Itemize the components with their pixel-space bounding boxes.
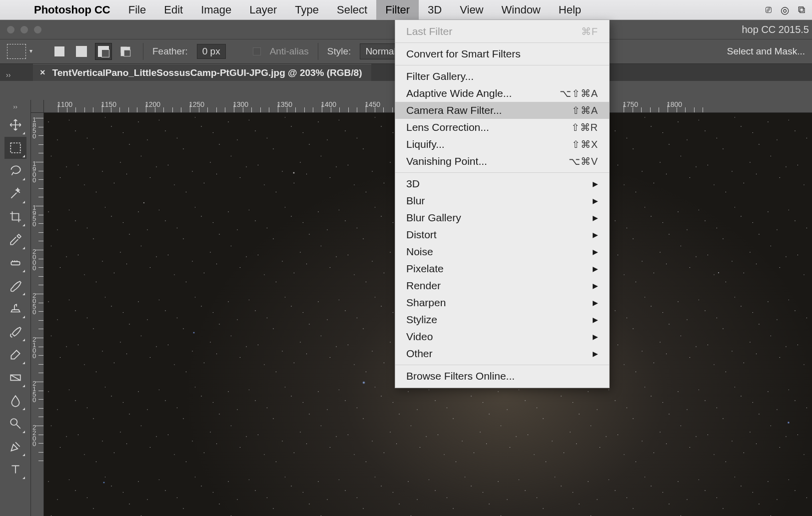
filter-item-video[interactable]: Video▶ [395,328,609,345]
ruler-origin[interactable] [31,100,44,113]
submenu-arrow-icon: ▶ [593,214,598,222]
ruler-h-label: 1450 [365,100,380,108]
current-tool-preset[interactable] [7,44,26,59]
traffic-light-zoom[interactable] [34,26,41,33]
menu-3d[interactable]: 3D [419,0,451,20]
svg-rect-1 [11,262,19,265]
selection-new[interactable] [51,43,68,60]
eyedropper-tool[interactable] [4,229,26,251]
antialias-label: Anti-alias [270,46,309,57]
menu-item-label: Browse Filters Online... [406,370,515,382]
move-tool[interactable] [4,114,26,136]
filter-item-adaptive-wide-angle[interactable]: Adaptive Wide Angle...⌥⇧⌘A [395,85,609,102]
dropbox-icon[interactable]: ⧉ [798,4,805,16]
ruler-h-label: 1300 [233,100,248,108]
menu-file[interactable]: File [119,0,155,20]
menu-item-label: Blur Gallery [406,212,461,224]
filter-item-browse-filters-online[interactable]: Browse Filters Online... [395,368,609,385]
submenu-arrow-icon: ▶ [593,231,598,239]
type-tool[interactable] [4,459,26,481]
filter-item-render[interactable]: Render▶ [395,277,609,294]
menu-filter[interactable]: Filter [376,0,419,20]
menu-item-label: Convert for Smart Filters [406,48,521,60]
close-tab-icon[interactable]: × [40,67,45,78]
submenu-arrow-icon: ▶ [593,350,598,358]
filter-menu-dropdown: Last Filter⌘FConvert for Smart FiltersFi… [395,20,610,388]
submenu-arrow-icon: ▶ [593,282,598,290]
feather-input[interactable]: 0 px [197,44,226,59]
ruler-v-label: 2150 [32,381,36,403]
eraser-tool[interactable] [4,344,26,366]
app-name[interactable]: Photoshop CC [25,3,119,16]
ruler-v-label: 1900 [32,161,36,183]
expand-panels-icon[interactable]: ›› [4,69,12,81]
filter-item-blur-gallery[interactable]: Blur Gallery▶ [395,209,609,226]
filter-item-convert-for-smart-filters[interactable]: Convert for Smart Filters [395,45,609,62]
ruler-h-label: 1150 [101,100,116,108]
filter-item-other[interactable]: Other▶ [395,345,609,362]
select-and-mask-button[interactable]: Select and Mask... [727,46,805,57]
tools-panel: ›› [0,100,31,516]
filter-item-sharpen[interactable]: Sharpen▶ [395,294,609,311]
menu-type[interactable]: Type [286,0,328,20]
menu-item-label: Noise [406,246,433,258]
filter-item-vanishing-point[interactable]: Vanishing Point...⌥⌘V [395,153,609,170]
menu-item-label: Sharpen [406,297,446,309]
filter-item-distort[interactable]: Distort▶ [395,226,609,243]
submenu-arrow-icon: ▶ [593,197,598,205]
ruler-h-label: 1100 [57,100,72,108]
filter-item-stylize[interactable]: Stylize▶ [395,311,609,328]
magic-wand-tool[interactable] [4,183,26,205]
menu-view[interactable]: View [451,0,492,20]
selection-subtract[interactable] [95,43,112,60]
menu-item-label: Liquify... [406,138,445,150]
blur-tool[interactable] [4,390,26,412]
traffic-light-minimize[interactable] [20,26,28,33]
creative-cloud-icon[interactable]: ◎ [781,4,789,16]
menu-item-label: Lens Correction... [406,121,489,133]
filter-item-filter-gallery[interactable]: Filter Gallery... [395,68,609,85]
menu-window[interactable]: Window [493,0,550,20]
dodge-tool[interactable] [4,413,26,435]
document-tab[interactable]: × TentVerticalPano_LittleSossusCamp-PtGU… [33,64,371,81]
crop-tool[interactable] [4,206,26,228]
gradient-tool[interactable] [4,367,26,389]
clone-stamp-tool[interactable] [4,298,26,320]
marquee-tool[interactable] [4,137,26,159]
collapse-tools-icon[interactable]: ›› [13,102,17,113]
filter-item-3d[interactable]: 3D▶ [395,175,609,192]
selection-intersect[interactable] [117,43,134,60]
brush-tool[interactable] [4,275,26,297]
selection-add[interactable] [73,43,90,60]
vertical-ruler[interactable]: 18501900195020002050210021502200 [31,113,44,516]
ruler-v-label: 1850 [32,117,36,139]
menu-layer[interactable]: Layer [240,0,286,20]
menu-edit[interactable]: Edit [155,0,192,20]
svg-rect-0 [10,143,20,153]
pen-tool[interactable] [4,436,26,458]
submenu-arrow-icon: ▶ [593,248,598,256]
traffic-light-close[interactable] [7,26,14,33]
ruler-h-label: 1750 [623,100,638,108]
filter-item-camera-raw-filter[interactable]: Camera Raw Filter...⇧⌘A [395,102,609,119]
filter-item-blur[interactable]: Blur▶ [395,192,609,209]
ruler-v-label: 2100 [32,337,36,359]
menu-image[interactable]: Image [192,0,240,20]
submenu-arrow-icon: ▶ [593,333,598,341]
healing-brush-tool[interactable] [4,252,26,274]
menu-help[interactable]: Help [550,0,590,20]
filter-item-pixelate[interactable]: Pixelate▶ [395,260,609,277]
menu-item-label: Vanishing Point... [406,155,487,167]
menu-item-shortcut: ⌘F [581,25,598,37]
filter-item-noise[interactable]: Noise▶ [395,243,609,260]
ruler-v-label: 1950 [32,205,36,227]
menu-select[interactable]: Select [328,0,376,20]
menu-item-label: Filter Gallery... [406,70,474,82]
tray-icon-1[interactable]: ⎚ [766,4,772,16]
filter-item-lens-correction[interactable]: Lens Correction...⇧⌘R [395,119,609,136]
menu-item-label: Render [406,280,441,292]
history-brush-tool[interactable] [4,321,26,343]
filter-item-liquify[interactable]: Liquify...⇧⌘X [395,136,609,153]
ruler-h-label: 1400 [321,100,336,108]
lasso-tool[interactable] [4,160,26,182]
